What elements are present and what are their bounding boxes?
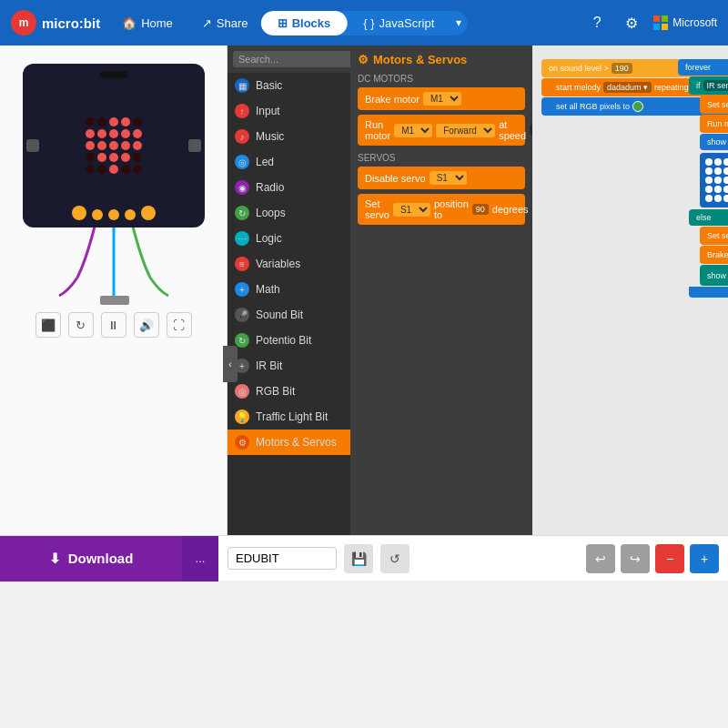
search-input[interactable] (233, 51, 350, 67)
category-music[interactable]: ♪ Music (228, 124, 350, 149)
category-rgb-bit[interactable]: ◎ RGB Bit (228, 379, 350, 404)
category-motors-servos[interactable]: ⚙ Motors & Servos (228, 430, 350, 455)
ws-led-1-2 (723, 167, 728, 175)
tab-blocks[interactable]: ⊞ Blocks (261, 11, 348, 35)
servo-select-1[interactable]: S1 (430, 171, 467, 185)
undo-button[interactable]: ↩ (586, 544, 615, 573)
led-4-1 (97, 165, 106, 174)
blocks-label: Blocks (292, 16, 331, 30)
more-button[interactable]: ... (182, 536, 218, 581)
motor-select-1[interactable]: M1 (423, 92, 461, 106)
download-button[interactable]: ⬇ Download (0, 536, 182, 581)
led-3-4 (133, 153, 142, 162)
direction-select[interactable]: Forward (436, 124, 495, 137)
sync-button[interactable]: ↺ (380, 544, 410, 573)
show-arrow-block[interactable]: show arrow fast (700, 265, 728, 286)
motor-select-2[interactable]: M1 (394, 124, 432, 137)
music-icon: ♪ (235, 129, 249, 144)
run-motor-ws-block[interactable]: Run motor M1 ▾ Forward ▾ at speed 128 (700, 115, 728, 133)
category-traffic-light[interactable]: 💡 Traffic Light Bit (228, 404, 350, 430)
ws-led-grid (705, 158, 728, 202)
ws-led-1-1 (714, 167, 722, 175)
zoom-in-button[interactable]: + (690, 544, 719, 573)
play-button[interactable]: ↻ (68, 312, 94, 338)
set-servo-pos-block[interactable]: Set servo S1 ▾ position to 46 degrees (700, 96, 728, 114)
else-body: Set servo S1 ▾ position to 128 degrees B… (689, 227, 728, 286)
project-name-input[interactable] (228, 547, 337, 570)
led-display-workspace (700, 153, 728, 207)
restart-button[interactable]: ⬛ (35, 312, 61, 338)
ws-led-3-0 (705, 186, 713, 193)
button-b[interactable] (188, 139, 201, 152)
rgb-bit-icon: ◎ (235, 384, 249, 399)
dropdown-arrow-icon[interactable]: ▾ (450, 16, 467, 29)
led-1-1 (97, 129, 106, 138)
category-input[interactable]: ↑ Input (228, 98, 350, 124)
led-3-1 (97, 153, 106, 162)
save-button[interactable]: 💾 (344, 544, 373, 573)
if-body: Set servo S1 ▾ position to 46 degrees Ru… (689, 96, 728, 209)
mute-button[interactable]: 🔊 (134, 312, 159, 338)
simulator-panel: ⬛ ↻ ⏸ 🔊 ⛶ (0, 46, 228, 535)
ws-led-3-1 (714, 186, 722, 193)
ws-led-2-0 (705, 177, 713, 184)
category-loops[interactable]: ↻ Loops (228, 200, 350, 226)
radio-icon: ◉ (235, 180, 249, 195)
fullscreen-button[interactable]: ⛶ (167, 312, 192, 338)
microbit-device (23, 64, 205, 228)
button-a[interactable] (26, 139, 39, 152)
microsoft-grid-icon (653, 15, 668, 30)
servo-select-2[interactable]: S1 (393, 203, 430, 217)
settings-button[interactable]: ⚙ (619, 10, 644, 35)
category-variables[interactable]: ≡ Variables (228, 251, 350, 277)
color-swatch[interactable] (632, 101, 643, 112)
zoom-out-button[interactable]: − (655, 544, 684, 573)
categories-panel: 🔍 ▦ Basic ↑ Input ♪ Music ◎ Led ◉ Radio … (228, 46, 350, 535)
category-variables-label: Variables (256, 258, 300, 270)
run-motor-block[interactable]: Run motor M1 Forward at speed 128 (358, 115, 525, 146)
category-math[interactable]: + Math (228, 277, 350, 302)
input-icon: ↑ (235, 104, 249, 118)
ws-led-4-0 (705, 195, 713, 202)
category-sound-bit-label: Sound Bit (256, 308, 303, 321)
ws-led-2-2 (723, 177, 728, 184)
category-logic[interactable]: ⋯ Logic (228, 226, 350, 251)
blocks-panel-title: ⚙ Motors & Servos (358, 53, 525, 66)
category-led[interactable]: ◎ Led (228, 149, 350, 175)
logo-text: micro:bit (42, 15, 100, 31)
pad-2 (108, 209, 119, 220)
category-radio[interactable]: ◉ Radio (228, 175, 350, 200)
show-leds-block[interactable]: show leds (700, 134, 728, 150)
category-basic[interactable]: ▦ Basic (228, 73, 350, 98)
led-4-4 (133, 165, 142, 174)
category-sound-bit[interactable]: 🎤 Sound Bit (228, 302, 350, 328)
set-servo-pos-else-block[interactable]: Set servo S1 ▾ position to 128 degrees (700, 227, 728, 245)
collapse-panel-button[interactable]: ‹ (223, 346, 238, 382)
category-logic-label: Logic (256, 232, 282, 245)
logic-icon: ⋯ (235, 231, 249, 246)
else-block[interactable]: else (689, 209, 728, 226)
disable-servo-block[interactable]: Disable servo S1 (358, 167, 525, 189)
brake-motor-else-block[interactable]: Brake motor M1 ▾ (700, 246, 728, 264)
led-0-1 (97, 117, 106, 126)
panel-title-icon: ⚙ (358, 53, 369, 66)
microsoft-label: Microsoft (672, 16, 717, 29)
brake-motor-block[interactable]: Brake motor M1 (358, 87, 525, 110)
category-potentio[interactable]: ↻ Potentio Bit (228, 328, 350, 353)
loops-icon: ↻ (235, 206, 249, 220)
category-ir-bit[interactable]: + IR Bit (228, 353, 350, 379)
sound-bit-icon: 🎤 (235, 308, 249, 322)
forever-block[interactable]: forever (678, 59, 728, 76)
ws-led-0-0 (705, 158, 713, 166)
if-block[interactable]: if IR sensor triggered then (689, 76, 728, 95)
tab-javascript[interactable]: { } JavaScript (347, 11, 450, 35)
set-servo-block[interactable]: Set servo S1 position to 90 degrees (358, 194, 525, 225)
motors-servos-icon: ⚙ (235, 435, 249, 450)
help-button[interactable]: ? (584, 10, 610, 35)
share-button[interactable]: ↗ Share (195, 13, 256, 34)
save-icon: 💾 (351, 551, 367, 566)
home-button[interactable]: 🏠 Home (115, 13, 180, 34)
led-4-3 (121, 165, 130, 174)
pause-button[interactable]: ⏸ (101, 312, 126, 338)
redo-button[interactable]: ↪ (621, 544, 650, 573)
